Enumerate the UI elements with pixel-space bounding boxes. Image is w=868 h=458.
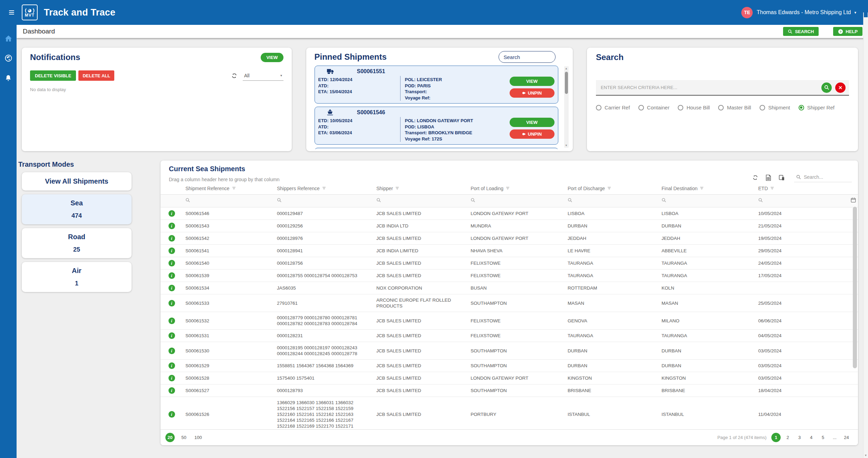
table-row[interactable]: i S00061533 27910761 ARCONIC EUROPE FLAT… bbox=[161, 294, 858, 312]
table-scrollbar[interactable] bbox=[853, 207, 857, 428]
table-row[interactable]: i S00061534 JAS6035 NOX CORPORATION BUSA… bbox=[161, 282, 858, 294]
table-row[interactable]: i S00061526 1366029 1366030 1366031 1366… bbox=[161, 397, 858, 429]
search-type-radio[interactable]: House Bill bbox=[678, 105, 710, 110]
delete-visible-button[interactable]: DELETE VISIBLE bbox=[30, 70, 76, 81]
row-info-icon[interactable]: i bbox=[168, 210, 175, 217]
table-row[interactable]: i S00061532 0000128779 0000128780 000012… bbox=[161, 312, 858, 330]
user-avatar[interactable]: TE bbox=[741, 7, 753, 18]
row-info-icon[interactable]: i bbox=[168, 348, 175, 354]
transport-mode-card[interactable]: Air 1 bbox=[22, 262, 132, 292]
search-type-radio[interactable]: Shipper Ref bbox=[799, 105, 835, 110]
filter-cell-final-destination[interactable] bbox=[659, 195, 755, 207]
column-header-final-destination[interactable]: Final Destination bbox=[659, 182, 755, 195]
scrollbar-thumb[interactable] bbox=[565, 72, 568, 94]
search-type-radio[interactable]: Container bbox=[638, 105, 669, 110]
refresh-icon[interactable] bbox=[752, 175, 758, 181]
hamburger-menu-icon[interactable] bbox=[9, 10, 14, 14]
page-scrollbar[interactable]: ▼ bbox=[863, 12, 868, 458]
pinned-scrollbar[interactable]: ▲ ▼ bbox=[564, 66, 569, 148]
scroll-down-icon[interactable]: ▼ bbox=[864, 454, 868, 457]
row-info-icon[interactable]: i bbox=[168, 285, 175, 291]
row-info-icon[interactable]: i bbox=[168, 362, 175, 369]
table-search-input[interactable] bbox=[804, 174, 845, 180]
page-number-button[interactable]: 2 bbox=[783, 433, 792, 442]
view-all-shipments-card[interactable]: View All Shipments bbox=[22, 172, 132, 191]
filter-cell-port-of-discharge[interactable] bbox=[565, 195, 659, 207]
filter-icon[interactable] bbox=[322, 187, 326, 190]
filter-icon[interactable] bbox=[607, 187, 611, 190]
search-type-radio[interactable]: Carrier Ref bbox=[596, 105, 630, 110]
scroll-down-icon[interactable]: ▼ bbox=[564, 144, 569, 147]
scroll-up-icon[interactable]: ▲ bbox=[564, 67, 569, 70]
table-row[interactable]: i S00061542 0000128976 JCB SALES LIMITED… bbox=[161, 232, 858, 245]
filter-cell-shippers-reference[interactable] bbox=[274, 195, 374, 207]
filter-cell-shipper[interactable] bbox=[374, 195, 468, 207]
row-info-icon[interactable]: i bbox=[168, 272, 175, 279]
search-clear-button[interactable]: ✕ bbox=[835, 82, 846, 93]
table-row[interactable]: i S00061546 0000129487 JCB SALES LIMITED… bbox=[161, 207, 858, 220]
table-row[interactable]: i S00061527 0000128793 JCB SALES LIMITED… bbox=[161, 384, 858, 397]
table-row[interactable]: i S00061539 0000128755 0000128754 000012… bbox=[161, 270, 858, 282]
page-number-button[interactable]: 3 bbox=[795, 433, 804, 442]
bell-icon[interactable] bbox=[5, 75, 12, 82]
transport-mode-card[interactable]: Road 25 bbox=[22, 228, 132, 258]
column-chooser-icon[interactable] bbox=[779, 175, 785, 181]
search-criteria-input[interactable] bbox=[601, 85, 821, 90]
delete-all-button[interactable]: DELETE ALL bbox=[78, 70, 114, 81]
pinned-unpin-button[interactable]: UNPIN bbox=[510, 129, 554, 139]
home-icon[interactable] bbox=[5, 35, 12, 42]
pinned-view-button[interactable]: VIEW bbox=[510, 77, 554, 86]
page-size-option[interactable]: 20 bbox=[165, 433, 175, 442]
user-name[interactable]: Thomas Edwards - Metro Shipping Ltd bbox=[756, 9, 851, 16]
search-type-radio[interactable]: Shipment bbox=[760, 105, 790, 110]
notifications-filter-dropdown[interactable]: All ▾ bbox=[243, 70, 283, 81]
refresh-icon[interactable] bbox=[231, 73, 237, 79]
page-number-button[interactable]: 1 bbox=[771, 433, 781, 442]
column-header-etd[interactable]: ETD bbox=[755, 182, 858, 195]
page-number-button[interactable]: 24 bbox=[842, 433, 851, 442]
table-row[interactable]: i S00061543 0000129256 JCB INDIA LTD MUN… bbox=[161, 220, 858, 232]
filter-icon[interactable] bbox=[700, 187, 704, 190]
user-menu-caret-icon[interactable]: ▾ bbox=[854, 10, 856, 15]
column-header-shipper[interactable]: Shipper bbox=[374, 182, 468, 195]
row-info-icon[interactable]: i bbox=[168, 375, 175, 381]
row-info-icon[interactable]: i bbox=[168, 411, 175, 418]
filter-cell-shipment-reference[interactable] bbox=[183, 195, 274, 207]
page-number-button[interactable]: 5 bbox=[818, 433, 828, 442]
scrollbar-thumb[interactable] bbox=[853, 207, 857, 368]
row-info-icon[interactable]: i bbox=[168, 300, 175, 306]
help-button[interactable]: ? HELP bbox=[833, 27, 862, 36]
row-info-icon[interactable]: i bbox=[168, 318, 175, 324]
row-info-icon[interactable]: i bbox=[168, 235, 175, 242]
table-row[interactable]: i S00061540 0000128756 JCB SALES LIMITED… bbox=[161, 257, 858, 270]
pinned-search-input[interactable] bbox=[499, 51, 556, 63]
calendar-icon[interactable] bbox=[851, 197, 856, 204]
search-go-button[interactable] bbox=[821, 82, 832, 93]
scrollbar-thumb[interactable] bbox=[864, 12, 868, 17]
row-info-icon[interactable]: i bbox=[168, 247, 175, 254]
table-row[interactable]: i S00061530 0000128195 0000128197 000012… bbox=[161, 342, 858, 360]
search-type-radio[interactable]: Master Bill bbox=[718, 105, 751, 110]
filter-cell-port-of-loading[interactable] bbox=[468, 195, 565, 207]
row-info-icon[interactable]: i bbox=[168, 387, 175, 394]
page-size-option[interactable]: 100 bbox=[193, 433, 203, 442]
search-button[interactable]: SEARCH bbox=[783, 27, 819, 36]
table-row[interactable]: i S00061531 0000128231 JCB SALES LIMITED… bbox=[161, 330, 858, 342]
pinned-view-button[interactable]: VIEW bbox=[510, 118, 554, 127]
row-info-icon[interactable]: i bbox=[168, 223, 175, 229]
page-number-button[interactable]: 4 bbox=[807, 433, 816, 442]
row-info-icon[interactable]: i bbox=[168, 260, 175, 266]
page-size-option[interactable]: 50 bbox=[179, 433, 189, 442]
filter-icon[interactable] bbox=[770, 187, 774, 190]
globe-icon[interactable] bbox=[4, 54, 12, 62]
filter-icon[interactable] bbox=[232, 187, 236, 190]
filter-icon[interactable] bbox=[395, 187, 399, 190]
export-excel-icon[interactable] bbox=[765, 175, 771, 181]
column-header-shipment-reference[interactable]: Shipment Reference bbox=[183, 182, 274, 195]
column-header-shippers-reference[interactable]: Shippers Reference bbox=[274, 182, 374, 195]
table-row[interactable]: i S00061529 1558851 1564367 1564368 1564… bbox=[161, 360, 858, 372]
transport-mode-card[interactable]: Sea 474 bbox=[22, 194, 132, 224]
table-row[interactable]: i S00061528 1575400 1575401 JCB SALES LI… bbox=[161, 372, 858, 384]
row-info-icon[interactable]: i bbox=[168, 332, 175, 339]
column-header-port-of-loading[interactable]: Port of Loading bbox=[468, 182, 565, 195]
